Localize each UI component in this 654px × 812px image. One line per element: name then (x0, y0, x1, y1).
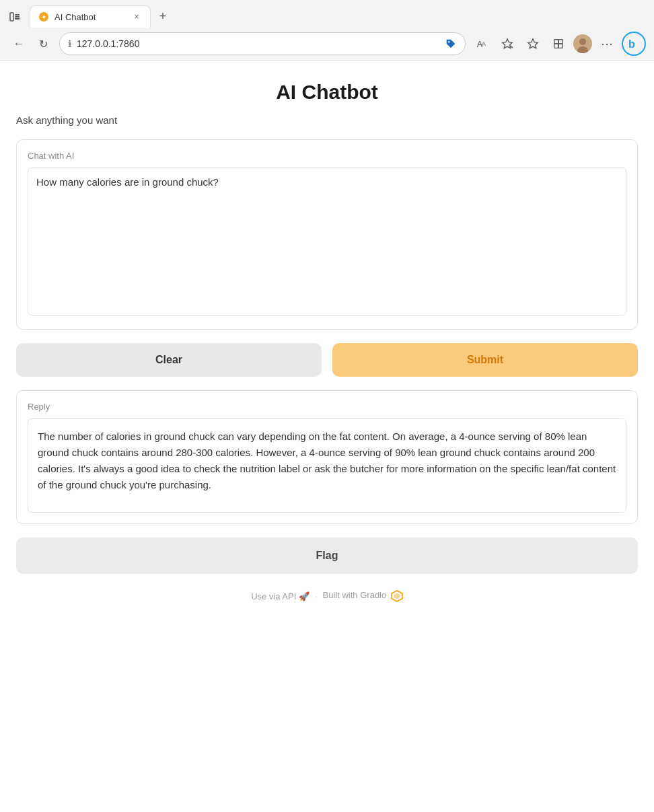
svg-rect-15 (558, 44, 562, 48)
address-text: 127.0.0.1:7860 (77, 38, 439, 49)
favorites-button[interactable] (522, 33, 544, 54)
sidebar-toggle-button[interactable] (5, 7, 24, 26)
collections-button[interactable] (548, 33, 569, 54)
tab-favicon-icon: ✦ (38, 11, 49, 22)
svg-text:b: b (628, 38, 635, 50)
svg-rect-1 (15, 14, 20, 15)
reply-panel-label: Reply (28, 402, 626, 412)
nav-left: ← ↻ (8, 33, 54, 54)
button-row: Clear Submit (16, 343, 638, 377)
user-avatar[interactable] (573, 34, 592, 53)
read-aloud-button[interactable]: A A (471, 33, 493, 54)
chat-panel-label: Chat with AI (28, 151, 626, 161)
svg-rect-12 (554, 40, 558, 44)
tab-close-button[interactable]: × (131, 11, 142, 22)
svg-rect-0 (10, 13, 13, 21)
svg-marker-9 (503, 39, 512, 48)
svg-text:A: A (482, 40, 486, 47)
api-icon: 🚀 (299, 591, 310, 601)
active-tab[interactable]: ✦ AI Chatbot × (30, 5, 151, 28)
more-options-button[interactable]: ⋯ (596, 33, 618, 54)
svg-marker-11 (528, 39, 538, 48)
browser-chrome: ✦ AI Chatbot × + ← ↻ ℹ 127.0.0.1:7860 (0, 0, 654, 61)
svg-point-6 (448, 41, 450, 43)
svg-marker-21 (394, 593, 400, 599)
gradio-link[interactable]: Built with Gradio (323, 590, 403, 602)
bing-button[interactable]: b (622, 32, 646, 56)
tab-bar: ✦ AI Chatbot × + (0, 0, 654, 28)
footer-separator: · (315, 591, 318, 601)
reply-text: The number of calories in ground chuck c… (28, 418, 626, 513)
svg-rect-3 (15, 18, 20, 20)
svg-text:✦: ✦ (41, 13, 46, 21)
gradio-icon (389, 590, 403, 600)
chat-input[interactable]: How many calories are in ground chuck? (28, 168, 626, 316)
info-icon: ℹ (68, 38, 71, 49)
reply-panel: Reply The number of calories in ground c… (16, 390, 638, 524)
refresh-button[interactable]: ↻ (32, 33, 54, 54)
clear-button[interactable]: Clear (16, 343, 322, 377)
page-subtitle: Ask anything you want (16, 114, 638, 126)
svg-rect-2 (15, 16, 20, 17)
api-link[interactable]: Use via API 🚀 (251, 591, 310, 601)
tag-icon (445, 38, 457, 50)
svg-point-17 (579, 38, 586, 45)
svg-rect-13 (558, 40, 562, 44)
chat-panel: Chat with AI How many calories are in gr… (16, 139, 638, 330)
nav-bar: ← ↻ ℹ 127.0.0.1:7860 A A (0, 28, 654, 60)
page-content: AI Chatbot Ask anything you want Chat wi… (0, 61, 654, 812)
page-title: AI Chatbot (16, 81, 638, 104)
submit-button[interactable]: Submit (332, 343, 638, 377)
footer: Use via API 🚀 · Built with Gradio (16, 590, 638, 602)
flag-button[interactable]: Flag (16, 538, 638, 574)
address-bar[interactable]: ℹ 127.0.0.1:7860 (59, 32, 466, 55)
tab-title: AI Chatbot (54, 12, 126, 22)
new-tab-button[interactable]: + (153, 7, 172, 26)
nav-right: A A (471, 32, 646, 56)
back-button[interactable]: ← (8, 33, 30, 54)
svg-rect-14 (554, 44, 558, 48)
add-favorites-button[interactable] (497, 33, 518, 54)
